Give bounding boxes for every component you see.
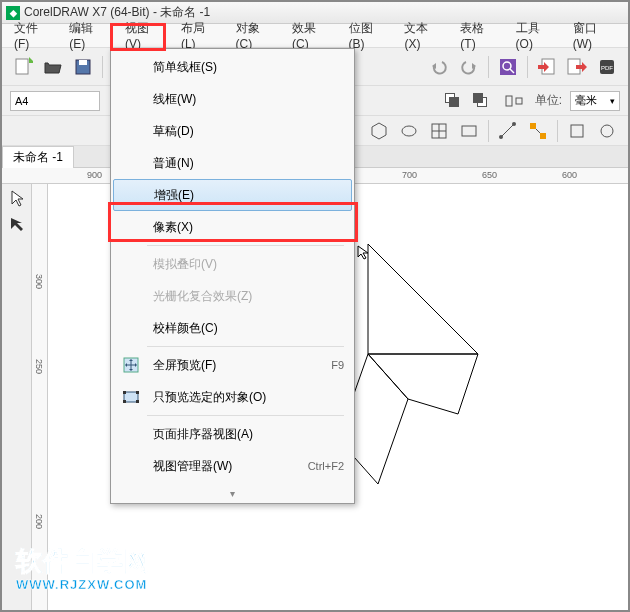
redo-button[interactable]	[456, 54, 482, 80]
menu-simulate-overprint: 模拟叠印(V)	[113, 248, 352, 280]
menu-item-label: 页面排序器视图(A)	[145, 426, 344, 443]
svg-rect-28	[540, 133, 546, 139]
svg-rect-0	[16, 59, 28, 74]
toolbar-separator	[488, 56, 489, 78]
pdf-export-button[interactable]: PDF	[594, 54, 620, 80]
svg-rect-3	[79, 60, 87, 65]
menu-item-label: 模拟叠印(V)	[145, 256, 344, 273]
ruler-tick: 700	[402, 170, 417, 180]
search-button[interactable]	[495, 54, 521, 80]
ellipse-tool[interactable]	[396, 118, 422, 144]
menu-view-manager[interactable]: 视图管理器(W) Ctrl+F2	[113, 450, 352, 482]
menu-proof-color[interactable]: 校样颜色(C)	[113, 312, 352, 344]
menu-item-label: 光栅化复合效果(Z)	[145, 288, 344, 305]
menu-file[interactable]: 文件(F)	[6, 17, 61, 54]
menu-normal[interactable]: 普通(N)	[113, 147, 352, 179]
menu-window[interactable]: 窗口(W)	[565, 17, 624, 54]
svg-rect-30	[571, 125, 583, 137]
svg-rect-48	[123, 400, 126, 403]
svg-rect-27	[530, 123, 536, 129]
dimension-tool[interactable]	[495, 118, 521, 144]
svg-text:PDF: PDF	[601, 65, 613, 71]
watermark-url: WWW.RJZXW.COM	[16, 577, 151, 592]
ruler-tick: 200	[34, 514, 44, 529]
open-button[interactable]	[40, 54, 66, 80]
shape-tool[interactable]	[5, 212, 29, 236]
menu-tools[interactable]: 工具(O)	[508, 17, 565, 54]
fullscreen-icon	[117, 356, 145, 374]
svg-marker-34	[368, 244, 478, 354]
ruler-tick: 600	[562, 170, 577, 180]
svg-point-25	[499, 135, 503, 139]
menu-edit[interactable]: 编辑(E)	[61, 17, 117, 54]
ruler-tick: 900	[87, 170, 102, 180]
preview-selected-icon	[117, 388, 145, 406]
document-tab[interactable]: 未命名 -1	[2, 146, 74, 168]
unit-label: 单位:	[535, 92, 562, 109]
menu-rasterize-effect: 光栅化复合效果(Z)	[113, 280, 352, 312]
menu-item-label: 全屏预览(F)	[145, 357, 331, 374]
svg-marker-18	[372, 123, 386, 139]
menu-page-sorter[interactable]: 页面排序器视图(A)	[113, 418, 352, 450]
svg-rect-45	[124, 392, 138, 402]
export-button[interactable]	[564, 54, 590, 80]
svg-marker-33	[11, 218, 23, 231]
new-doc-button[interactable]	[10, 54, 36, 80]
watermark: 软件自学网 WWW.RJZXW.COM	[16, 544, 151, 592]
menu-divider	[147, 346, 344, 347]
save-button[interactable]	[70, 54, 96, 80]
paper-size-value: A4	[15, 95, 28, 107]
svg-rect-46	[123, 391, 126, 394]
svg-rect-16	[506, 96, 512, 106]
rect-tool[interactable]	[456, 118, 482, 144]
toolbar-separator	[527, 56, 528, 78]
menu-item-label: 校样颜色(C)	[145, 320, 344, 337]
menu-simple-wireframe[interactable]: 简单线框(S)	[113, 51, 352, 83]
grid-tool[interactable]	[426, 118, 452, 144]
arrange-front-icon[interactable]	[445, 93, 465, 109]
svg-line-29	[536, 129, 540, 133]
toolbar-separator	[488, 120, 489, 142]
menu-draft[interactable]: 草稿(D)	[113, 115, 352, 147]
menu-item-label: 线框(W)	[145, 91, 344, 108]
align-icon[interactable]	[501, 88, 527, 114]
menu-wireframe[interactable]: 线框(W)	[113, 83, 352, 115]
svg-marker-1	[29, 57, 33, 63]
svg-line-24	[501, 124, 514, 137]
menu-preview-selected[interactable]: 只预览选定的对象(O)	[113, 381, 352, 413]
paper-size-select[interactable]: A4	[10, 91, 100, 111]
menu-item-label: 像素(X)	[145, 219, 344, 236]
import-button[interactable]	[534, 54, 560, 80]
menu-pixel[interactable]: 像素(X)	[113, 211, 352, 243]
menu-fullscreen-preview[interactable]: 全屏预览(F) F9	[113, 349, 352, 381]
undo-button[interactable]	[426, 54, 452, 80]
pick-tool[interactable]	[5, 186, 29, 210]
menu-item-label: 草稿(D)	[145, 123, 344, 140]
unit-select[interactable]: 毫米 ▾	[570, 91, 620, 111]
svg-point-19	[402, 126, 416, 136]
square-tool[interactable]	[564, 118, 590, 144]
connector-tool[interactable]	[525, 118, 551, 144]
menu-shortcut: Ctrl+F2	[308, 460, 344, 472]
menu-more-indicator[interactable]: ▾	[113, 486, 352, 501]
svg-rect-49	[136, 400, 139, 403]
svg-point-31	[601, 125, 613, 137]
menu-item-label: 增强(E)	[146, 187, 343, 204]
menu-item-label: 普通(N)	[145, 155, 344, 172]
menu-item-label: 只预览选定的对象(O)	[145, 389, 344, 406]
svg-marker-35	[368, 354, 478, 414]
menu-text[interactable]: 文本(X)	[396, 17, 452, 54]
menu-enhanced[interactable]: 增强(E)	[113, 179, 352, 211]
menu-divider	[147, 415, 344, 416]
menu-divider	[147, 245, 344, 246]
menu-item-label: 简单线框(S)	[145, 59, 344, 76]
menu-table[interactable]: 表格(T)	[452, 17, 507, 54]
ruler-tick: 250	[34, 359, 44, 374]
svg-rect-23	[462, 126, 476, 136]
arrange-back-icon[interactable]	[473, 93, 493, 109]
hexagon-tool[interactable]	[366, 118, 392, 144]
circle-tool[interactable]	[594, 118, 620, 144]
ruler-tick: 650	[482, 170, 497, 180]
view-dropdown-menu: 简单线框(S) 线框(W) 草稿(D) 普通(N) 增强(E) 像素(X) 模拟…	[110, 48, 355, 504]
svg-point-26	[512, 122, 516, 126]
